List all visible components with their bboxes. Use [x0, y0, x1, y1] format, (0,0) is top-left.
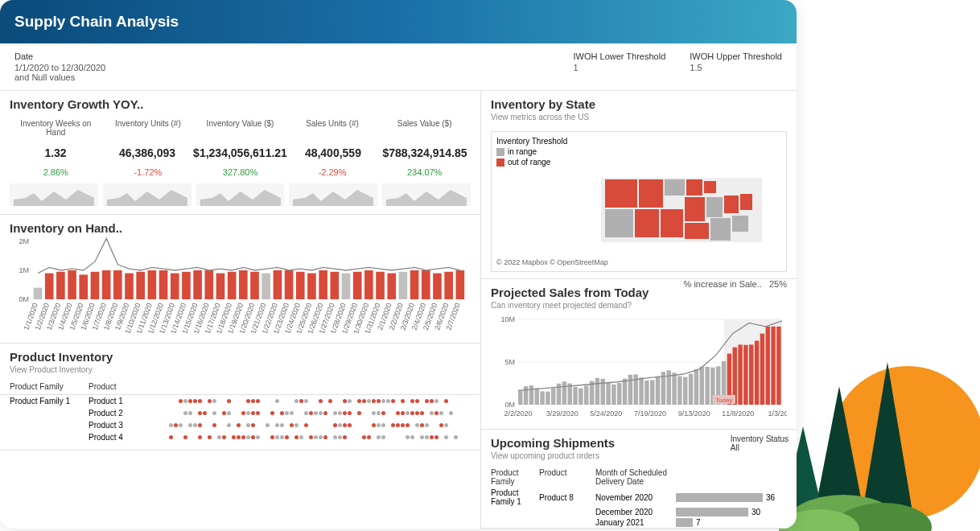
svg-rect-113 [579, 389, 583, 405]
prodinv-subtitle: View Product Inventory [0, 365, 480, 379]
svg-rect-9 [102, 270, 111, 299]
svg-rect-88 [685, 197, 705, 221]
kpi-value-0: 1.32 [10, 142, 101, 164]
kpi-change-3: -2.29% [286, 164, 379, 180]
legend-title: Inventory Threshold [496, 137, 781, 146]
shipment-row[interactable]: Product Family 1 Product 8 November 2020… [481, 488, 797, 507]
filter-lower-threshold[interactable]: IWOH Lower Threshold 1 [574, 51, 666, 82]
svg-rect-102 [518, 390, 522, 405]
legend-swatch-red [496, 158, 504, 167]
svg-rect-15 [171, 274, 179, 299]
svg-rect-38 [433, 274, 442, 299]
svg-rect-143 [743, 345, 747, 405]
svg-rect-37 [422, 270, 430, 299]
svg-rect-7 [79, 274, 88, 299]
projected-title: Projected Sales from Today [481, 279, 658, 301]
svg-rect-39 [444, 272, 453, 299]
svg-rect-80 [605, 179, 637, 208]
svg-rect-112 [573, 387, 577, 405]
svg-rect-27 [307, 274, 316, 299]
svg-text:1/3/2021: 1/3/2021 [768, 410, 787, 418]
sparkline-1[interactable] [103, 183, 191, 206]
card-inventory-on-hand: Inventory on Hand.. 2M1M0M1/1/20201/2/20… [0, 215, 480, 344]
upcoming-header-family: Product Family [491, 468, 539, 486]
kpi-value-3: 48,400,559 [287, 142, 379, 164]
svg-rect-133 [689, 374, 693, 405]
svg-rect-3 [34, 288, 43, 299]
svg-rect-125 [644, 381, 649, 405]
projected-chart[interactable]: 10M5M0MToday2/2/20203/29/20205/24/20207/… [481, 315, 797, 429]
shipment-row[interactable]: January 2021 7 [481, 517, 797, 528]
svg-rect-24 [274, 270, 282, 299]
svg-rect-144 [749, 344, 753, 405]
svg-text:5/24/2020: 5/24/2020 [590, 410, 622, 418]
onhand-title: Inventory on Hand.. [0, 215, 480, 237]
svg-rect-4 [45, 274, 54, 299]
svg-rect-30 [342, 274, 351, 299]
kpi-header-0: Inventory Weeks on Hand [10, 113, 102, 142]
svg-rect-32 [364, 270, 373, 299]
sparkline-0[interactable] [10, 183, 98, 206]
svg-text:7/19/2020: 7/19/2020 [634, 410, 666, 418]
svg-rect-104 [529, 385, 533, 405]
filter-upper-threshold[interactable]: IWOH Upper Threshold 1.5 [690, 51, 782, 82]
svg-rect-148 [771, 327, 775, 405]
sparkline-3[interactable] [289, 183, 377, 206]
product-row[interactable]: Product 3 [0, 419, 480, 431]
svg-rect-31 [353, 272, 362, 299]
filter-date-label: Date [14, 51, 105, 61]
svg-rect-93 [732, 216, 748, 232]
svg-rect-124 [639, 377, 643, 405]
product-row[interactable]: Product Family 1 Product 1 [0, 395, 480, 407]
filter-lower-value: 1 [574, 63, 666, 72]
map-container[interactable]: Inventory Threshold in range out of rang… [491, 131, 787, 272]
prodinv-header-product: Product [89, 382, 137, 391]
shipment-row[interactable]: December 2020 30 [481, 507, 797, 517]
card-inventory-by-state: Inventory by State View metrics across t… [480, 91, 797, 279]
svg-text:0M: 0M [19, 295, 29, 303]
svg-rect-130 [672, 373, 676, 405]
svg-rect-132 [683, 377, 687, 405]
svg-rect-18 [204, 270, 213, 299]
svg-rect-135 [700, 367, 704, 405]
card-upcoming-shipments: Upcoming Shipments View upcoming product… [480, 430, 797, 529]
kpi-value-4: $788,324,914.85 [379, 142, 471, 164]
svg-rect-91 [685, 223, 709, 239]
svg-text:10M: 10M [500, 315, 515, 323]
sparkline-4[interactable] [382, 183, 471, 206]
inventory-status-filter[interactable]: Inventory Status All [731, 434, 789, 452]
svg-rect-40 [456, 270, 465, 299]
svg-rect-81 [639, 179, 663, 208]
svg-text:11/8/2020: 11/8/2020 [722, 410, 754, 418]
svg-rect-23 [261, 274, 270, 299]
svg-rect-13 [148, 270, 157, 299]
card-inventory-growth: Inventory Growth YOY.. Inventory Weeks o… [0, 91, 480, 215]
svg-rect-34 [387, 274, 396, 299]
svg-rect-121 [623, 379, 627, 405]
legend-out-of-range: out of range [496, 158, 781, 167]
svg-rect-28 [319, 270, 327, 299]
svg-text:0M: 0M [504, 401, 515, 409]
projected-pct[interactable]: % increase in Sale.. 25% [684, 279, 787, 289]
us-map-icon[interactable] [496, 171, 770, 252]
svg-rect-85 [605, 209, 633, 237]
product-row[interactable]: Product 4 [0, 431, 480, 443]
svg-rect-5 [56, 272, 65, 299]
svg-rect-17 [193, 270, 202, 299]
svg-rect-134 [694, 369, 698, 405]
map-attribution: © 2022 Mapbox © OpenStreetMap [496, 258, 781, 266]
svg-rect-82 [665, 179, 685, 196]
svg-rect-145 [755, 340, 759, 405]
svg-rect-84 [704, 181, 716, 193]
svg-rect-29 [330, 272, 339, 299]
sparkline-2[interactable] [196, 183, 285, 206]
kpi-change-1: -1.72% [102, 164, 195, 180]
svg-rect-126 [650, 380, 654, 405]
filter-date[interactable]: Date 1/1/2020 to 12/30/2020 and Null val… [14, 51, 105, 82]
svg-text:5M: 5M [504, 358, 515, 366]
onhand-chart[interactable]: 2M1M0M1/1/20201/2/20201/3/20201/4/20201/… [0, 237, 480, 343]
svg-rect-107 [546, 392, 550, 405]
product-row[interactable]: Product 2 [0, 407, 480, 419]
svg-rect-89 [706, 197, 723, 217]
svg-rect-35 [399, 272, 408, 299]
